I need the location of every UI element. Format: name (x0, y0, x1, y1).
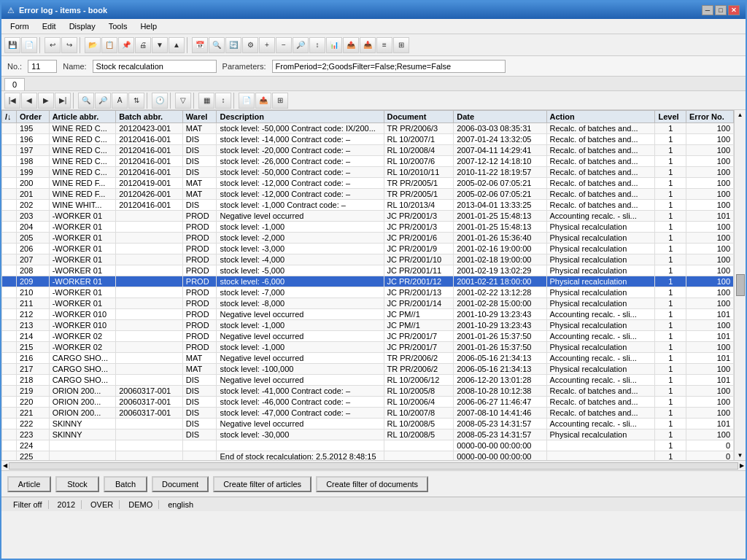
col-action[interactable]: Action (546, 111, 655, 123)
minimize-button[interactable]: ─ (702, 5, 713, 15)
col-desc[interactable]: Description (217, 111, 384, 123)
col-date[interactable]: Date (454, 111, 546, 123)
nav-prev[interactable]: ◀ (21, 93, 37, 109)
nav-last[interactable]: ▶| (55, 93, 71, 109)
table-row[interactable]: 216 CARGO SHO... MAT Negative level occu… (2, 353, 734, 364)
tb-print[interactable]: 🖨 (135, 37, 151, 53)
menu-help[interactable]: Help (134, 20, 163, 32)
nav-sort2[interactable]: ↕ (215, 93, 231, 109)
table-row[interactable]: 219 ORION 200... 20060317-001 DIS stock … (2, 386, 734, 397)
tb-paste[interactable]: 📌 (118, 37, 134, 53)
table-row[interactable]: 222 SKINNY DIS Negative level occurred R… (2, 419, 734, 429)
hscroll-track[interactable] (9, 462, 738, 470)
name-input[interactable] (93, 60, 217, 73)
tb-list[interactable]: ≡ (376, 37, 392, 53)
nav-b[interactable]: ⇅ (128, 93, 144, 109)
tb-open[interactable]: 📂 (85, 37, 101, 53)
table-row[interactable]: 200 WINE RED F... 20120419-001 MAT stock… (2, 178, 734, 189)
document-button[interactable]: Document (152, 476, 209, 492)
tb-new[interactable]: 📄 (21, 37, 37, 53)
table-row[interactable]: 195 WINE RED C... 20120423-001 MAT stock… (2, 123, 734, 134)
table-row[interactable]: 197 WINE RED C... 20120416-001 DIS stock… (2, 145, 734, 156)
nav-first[interactable]: |◀ (4, 93, 20, 109)
table-row[interactable]: 214 -WORKER 02 PROD Negative level occur… (2, 331, 734, 342)
col-warel[interactable]: Warel (182, 111, 217, 123)
table-row[interactable]: 206 -WORKER 01 PROD stock level: -3,000 … (2, 244, 734, 254)
hscroll-left[interactable]: ◀ (3, 462, 7, 469)
scrollbar-thumb[interactable] (736, 274, 745, 296)
menu-tools[interactable]: Tools (103, 20, 133, 32)
col-article[interactable]: Article abbr. (49, 111, 116, 123)
nav-print[interactable]: 📄 (239, 93, 255, 109)
nav-next[interactable]: ▶ (38, 93, 54, 109)
article-button[interactable]: Article (7, 476, 51, 492)
tb-undo[interactable]: ↩ (44, 37, 61, 53)
col-doc[interactable]: Document (384, 111, 454, 123)
menu-form[interactable]: Form (4, 20, 35, 32)
table-row[interactable]: 201 WINE RED F... 20120426-001 MAT stock… (2, 189, 734, 200)
table-row[interactable]: 210 -WORKER 01 PROD stock level: -7,000 … (2, 287, 734, 298)
nav-a[interactable]: A (112, 93, 128, 109)
batch-button[interactable]: Batch (104, 476, 147, 492)
table-row[interactable]: 224 0000-00-00 00:00:00 1 0 (2, 440, 734, 451)
tb-refresh[interactable]: 🔄 (225, 37, 241, 53)
nav-settings2[interactable]: ⊞ (272, 93, 288, 109)
table-row[interactable]: 202 WINE WHIT... 20120416-001 DIS stock … (2, 200, 734, 211)
tb-export[interactable]: 📤 (343, 37, 359, 53)
table-row[interactable]: 220 ORION 200... 20060317-001 DIS stock … (2, 397, 734, 408)
table-row[interactable]: 217 CARGO SHO... MAT stock level: -100,0… (2, 364, 734, 375)
nav-export2[interactable]: 📤 (255, 93, 271, 109)
table-row[interactable]: 208 -WORKER 01 PROD stock level: -5,000 … (2, 265, 734, 276)
table-row[interactable]: 212 -WORKER 010 PROD Negative level occu… (2, 309, 734, 320)
filter-articles-button[interactable]: Create filter of articles (213, 476, 311, 492)
nav-cols[interactable]: ▦ (198, 93, 214, 109)
tb-up[interactable]: ▲ (169, 37, 185, 53)
col-level[interactable]: Level (655, 111, 686, 123)
table-row[interactable]: 204 -WORKER 01 PROD stock level: -1,000 … (2, 222, 734, 233)
col-errno[interactable]: Error No. (686, 111, 734, 123)
tb-import[interactable]: 📥 (360, 37, 376, 53)
table-row[interactable]: 213 -WORKER 010 PROD stock level: -1,000… (2, 320, 734, 331)
tb-sort[interactable]: ↕ (309, 37, 325, 53)
menu-edit[interactable]: Edit (36, 20, 62, 32)
tb-zoom-in[interactable]: + (259, 37, 275, 53)
table-row[interactable]: 215 -WORKER 02 PROD stock level: -1,000 … (2, 342, 734, 353)
nav-clock[interactable]: 🕐 (152, 93, 168, 109)
scrollbar-up[interactable]: ▲ (738, 112, 743, 118)
table-row[interactable]: 209 -WORKER 01 PROD stock level: -6,000 … (2, 276, 734, 287)
tb-calendar[interactable]: 📅 (192, 37, 208, 53)
stock-button[interactable]: Stock (55, 476, 99, 492)
close-button[interactable]: ✕ (728, 5, 740, 15)
table-row[interactable]: 211 -WORKER 01 PROD stock level: -8,000 … (2, 298, 734, 309)
table-row[interactable]: 203 -WORKER 01 PROD Negative level occur… (2, 211, 734, 222)
tb-save[interactable]: 💾 (4, 37, 20, 53)
table-row[interactable]: 218 CARGO SHO... DIS Negative level occu… (2, 375, 734, 386)
filter-documents-button[interactable]: Create filter of documents (316, 476, 428, 492)
params-input[interactable] (272, 60, 506, 73)
no-input[interactable] (28, 60, 57, 73)
table-row[interactable]: 198 WINE RED C... 20120416-001 DIS stock… (2, 156, 734, 167)
tb-settings[interactable]: ⚙ (242, 37, 258, 53)
tb-zoom-out[interactable]: − (276, 37, 292, 53)
nav-search[interactable]: 🔍 (78, 93, 94, 109)
col-order[interactable]: Order (17, 111, 50, 123)
tb-down[interactable]: ▼ (152, 37, 168, 53)
menu-display[interactable]: Display (63, 20, 101, 32)
table-row[interactable]: 199 WINE RED C... 20120416-001 DIS stock… (2, 167, 734, 178)
scrollbar-down[interactable]: ▼ (738, 452, 743, 459)
table-row[interactable]: 221 ORION 200... 20060317-001 DIS stock … (2, 408, 734, 419)
tab-0[interactable]: 0 (4, 78, 25, 90)
table-scroll[interactable]: /↓ Order Article abbr. Batch abbr. Warel… (1, 110, 734, 460)
tb-redo[interactable]: ↪ (61, 37, 77, 53)
tb-grid[interactable]: ⊞ (393, 37, 409, 53)
tb-copy[interactable]: 📋 (101, 37, 117, 53)
table-row[interactable]: 225 End of stock recalculation: 2.5.2012… (2, 451, 734, 461)
tb-search[interactable]: 🔍 (209, 37, 225, 53)
hscroll-right[interactable]: ▶ (740, 462, 744, 469)
col-batch[interactable]: Batch abbr. (116, 111, 183, 123)
table-row[interactable]: 196 WINE RED C... 20120416-001 DIS stock… (2, 134, 734, 145)
table-row[interactable]: 205 -WORKER 01 PROD stock level: -2,000 … (2, 233, 734, 244)
tb-filter[interactable]: 🔎 (293, 37, 309, 53)
tb-chart[interactable]: 📊 (326, 37, 342, 53)
table-row[interactable]: 207 -WORKER 01 PROD stock level: -4,000 … (2, 254, 734, 265)
